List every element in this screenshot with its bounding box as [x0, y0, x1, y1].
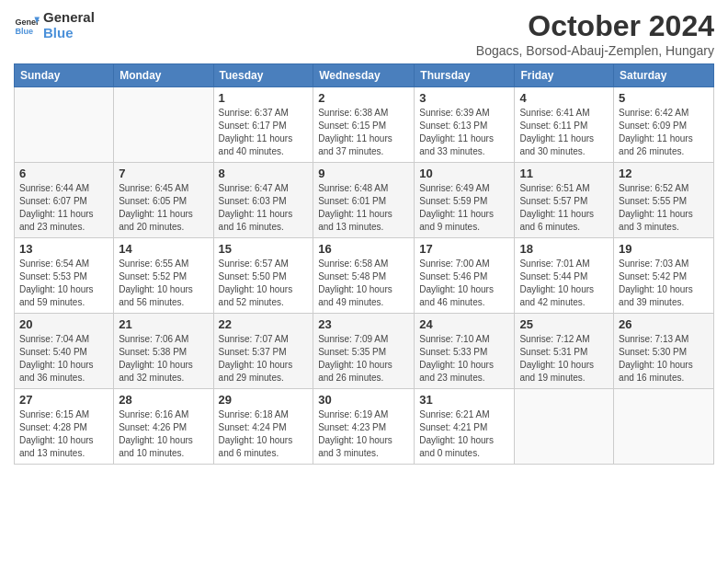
day-number: 6	[19, 167, 108, 180]
calendar-cell: 8Sunrise: 6:47 AM Sunset: 6:03 PM Daylig…	[213, 163, 313, 238]
day-number: 28	[119, 393, 208, 407]
day-number: 1	[219, 91, 309, 105]
calendar-cell: 2Sunrise: 6:38 AM Sunset: 6:15 PM Daylig…	[313, 87, 415, 163]
day-number: 4	[519, 91, 609, 105]
calendar-cell: 21Sunrise: 7:06 AM Sunset: 5:38 PM Dayli…	[114, 314, 213, 389]
day-info: Sunrise: 7:04 AM Sunset: 5:40 PM Dayligh…	[19, 333, 108, 385]
col-header-tuesday: Tuesday	[213, 64, 313, 87]
day-number: 30	[318, 393, 409, 407]
day-number: 15	[219, 242, 309, 256]
day-info: Sunrise: 6:41 AM Sunset: 6:11 PM Dayligh…	[519, 107, 609, 158]
logo-blue: Blue	[43, 25, 95, 40]
calendar-cell: 9Sunrise: 6:48 AM Sunset: 6:01 PM Daylig…	[313, 163, 415, 238]
calendar-cell: 3Sunrise: 6:39 AM Sunset: 6:13 PM Daylig…	[415, 87, 515, 163]
calendar-cell: 20Sunrise: 7:04 AM Sunset: 5:40 PM Dayli…	[15, 314, 114, 389]
calendar-cell: 1Sunrise: 6:37 AM Sunset: 6:17 PM Daylig…	[213, 87, 313, 163]
day-info: Sunrise: 6:42 AM Sunset: 6:09 PM Dayligh…	[619, 107, 709, 158]
calendar-cell: 26Sunrise: 7:13 AM Sunset: 5:30 PM Dayli…	[614, 314, 714, 389]
col-header-monday: Monday	[114, 64, 213, 87]
day-info: Sunrise: 7:10 AM Sunset: 5:33 PM Dayligh…	[419, 333, 509, 385]
title-block: October 2024 Bogacs, Borsod-Abauj-Zemple…	[476, 9, 714, 58]
day-info: Sunrise: 6:39 AM Sunset: 6:13 PM Dayligh…	[419, 107, 509, 158]
day-info: Sunrise: 6:52 AM Sunset: 5:55 PM Dayligh…	[619, 182, 709, 234]
day-number: 31	[419, 393, 509, 407]
day-number: 26	[619, 317, 709, 331]
day-info: Sunrise: 6:57 AM Sunset: 5:50 PM Dayligh…	[219, 258, 309, 309]
day-info: Sunrise: 6:19 AM Sunset: 4:23 PM Dayligh…	[318, 408, 409, 460]
day-number: 13	[19, 242, 108, 256]
day-info: Sunrise: 7:03 AM Sunset: 5:42 PM Dayligh…	[619, 258, 709, 309]
day-info: Sunrise: 6:38 AM Sunset: 6:15 PM Dayligh…	[318, 107, 409, 158]
day-info: Sunrise: 6:55 AM Sunset: 5:52 PM Dayligh…	[119, 258, 208, 309]
day-number: 10	[419, 167, 509, 180]
calendar-cell	[15, 87, 114, 163]
day-info: Sunrise: 6:49 AM Sunset: 5:59 PM Dayligh…	[419, 182, 509, 234]
logo-general: General	[43, 9, 95, 25]
day-number: 12	[619, 167, 709, 180]
day-number: 7	[119, 167, 208, 180]
day-info: Sunrise: 7:06 AM Sunset: 5:38 PM Dayligh…	[119, 333, 208, 385]
day-number: 2	[318, 91, 409, 105]
col-header-sunday: Sunday	[15, 64, 114, 87]
day-info: Sunrise: 6:44 AM Sunset: 6:07 PM Dayligh…	[19, 182, 108, 234]
calendar-cell: 23Sunrise: 7:09 AM Sunset: 5:35 PM Dayli…	[313, 314, 415, 389]
day-number: 20	[19, 317, 108, 331]
calendar-cell	[114, 87, 213, 163]
day-info: Sunrise: 6:18 AM Sunset: 4:24 PM Dayligh…	[219, 408, 309, 460]
month-title: October 2024	[476, 9, 714, 43]
day-info: Sunrise: 7:12 AM Sunset: 5:31 PM Dayligh…	[519, 333, 609, 385]
calendar-cell: 31Sunrise: 6:21 AM Sunset: 4:21 PM Dayli…	[415, 389, 515, 465]
day-info: Sunrise: 6:54 AM Sunset: 5:53 PM Dayligh…	[19, 258, 108, 309]
calendar-cell: 16Sunrise: 6:58 AM Sunset: 5:48 PM Dayli…	[313, 238, 415, 314]
day-info: Sunrise: 7:00 AM Sunset: 5:46 PM Dayligh…	[419, 258, 509, 309]
calendar-cell: 13Sunrise: 6:54 AM Sunset: 5:53 PM Dayli…	[15, 238, 114, 314]
day-info: Sunrise: 6:45 AM Sunset: 6:05 PM Dayligh…	[119, 182, 208, 234]
calendar-cell: 27Sunrise: 6:15 AM Sunset: 4:28 PM Dayli…	[15, 389, 114, 465]
day-info: Sunrise: 7:09 AM Sunset: 5:35 PM Dayligh…	[318, 333, 409, 385]
calendar-cell: 17Sunrise: 7:00 AM Sunset: 5:46 PM Dayli…	[415, 238, 515, 314]
day-number: 21	[119, 317, 208, 331]
day-number: 9	[318, 167, 409, 180]
calendar-cell	[614, 389, 714, 465]
page-header: General Blue General Blue October 2024 B…	[14, 9, 714, 58]
col-header-wednesday: Wednesday	[313, 64, 415, 87]
day-info: Sunrise: 6:21 AM Sunset: 4:21 PM Dayligh…	[419, 408, 509, 460]
day-info: Sunrise: 6:16 AM Sunset: 4:26 PM Dayligh…	[119, 408, 208, 460]
calendar-cell: 5Sunrise: 6:42 AM Sunset: 6:09 PM Daylig…	[614, 87, 714, 163]
day-number: 3	[419, 91, 509, 105]
calendar-table: SundayMondayTuesdayWednesdayThursdayFrid…	[14, 63, 714, 465]
col-header-friday: Friday	[515, 64, 614, 87]
day-info: Sunrise: 6:47 AM Sunset: 6:03 PM Dayligh…	[219, 182, 309, 234]
calendar-cell: 7Sunrise: 6:45 AM Sunset: 6:05 PM Daylig…	[114, 163, 213, 238]
calendar-cell: 22Sunrise: 7:07 AM Sunset: 5:37 PM Dayli…	[213, 314, 313, 389]
day-number: 24	[419, 317, 509, 331]
calendar-cell: 6Sunrise: 6:44 AM Sunset: 6:07 PM Daylig…	[15, 163, 114, 238]
day-number: 14	[119, 242, 208, 256]
calendar-cell: 28Sunrise: 6:16 AM Sunset: 4:26 PM Dayli…	[114, 389, 213, 465]
calendar-cell: 14Sunrise: 6:55 AM Sunset: 5:52 PM Dayli…	[114, 238, 213, 314]
day-number: 16	[318, 242, 409, 256]
location-subtitle: Bogacs, Borsod-Abauj-Zemplen, Hungary	[476, 43, 714, 58]
day-number: 18	[519, 242, 609, 256]
calendar-cell: 12Sunrise: 6:52 AM Sunset: 5:55 PM Dayli…	[614, 163, 714, 238]
day-number: 22	[219, 317, 309, 331]
day-number: 8	[219, 167, 309, 180]
day-number: 5	[619, 91, 709, 105]
day-number: 25	[519, 317, 609, 331]
calendar-cell	[515, 389, 614, 465]
day-number: 17	[419, 242, 509, 256]
day-info: Sunrise: 6:51 AM Sunset: 5:57 PM Dayligh…	[519, 182, 609, 234]
day-number: 11	[519, 167, 609, 180]
calendar-cell: 25Sunrise: 7:12 AM Sunset: 5:31 PM Dayli…	[515, 314, 614, 389]
calendar-cell: 18Sunrise: 7:01 AM Sunset: 5:44 PM Dayli…	[515, 238, 614, 314]
calendar-cell: 10Sunrise: 6:49 AM Sunset: 5:59 PM Dayli…	[415, 163, 515, 238]
col-header-thursday: Thursday	[415, 64, 515, 87]
calendar-cell: 29Sunrise: 6:18 AM Sunset: 4:24 PM Dayli…	[213, 389, 313, 465]
day-info: Sunrise: 6:15 AM Sunset: 4:28 PM Dayligh…	[19, 408, 108, 460]
day-info: Sunrise: 7:01 AM Sunset: 5:44 PM Dayligh…	[519, 258, 609, 309]
logo-icon: General Blue	[14, 12, 40, 38]
calendar-cell: 15Sunrise: 6:57 AM Sunset: 5:50 PM Dayli…	[213, 238, 313, 314]
day-info: Sunrise: 6:58 AM Sunset: 5:48 PM Dayligh…	[318, 258, 409, 309]
day-number: 23	[318, 317, 409, 331]
day-info: Sunrise: 7:07 AM Sunset: 5:37 PM Dayligh…	[219, 333, 309, 385]
